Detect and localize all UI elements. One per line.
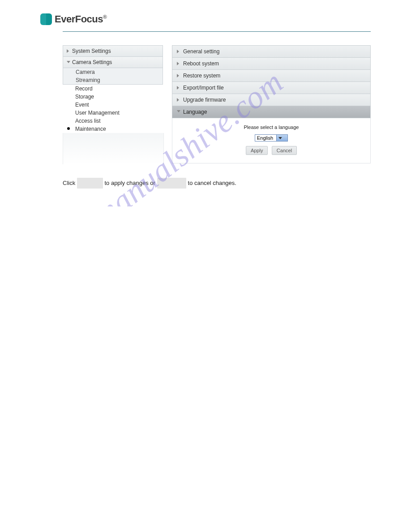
sidebar-group-camera[interactable]: Camera Settings xyxy=(63,56,163,68)
language-prompt: Please select a language xyxy=(177,124,366,130)
language-selected: English xyxy=(255,135,275,141)
accordion-label: Upgrade firmware xyxy=(183,97,226,103)
chevron-right-icon xyxy=(177,98,179,102)
logo-icon xyxy=(40,13,52,25)
accordion-label: Language xyxy=(183,109,207,115)
apply-button[interactable]: Apply xyxy=(246,146,268,155)
accordion-restore-system[interactable]: Restore system xyxy=(172,69,371,82)
instruction-text: Click Apply to apply changes or Cancel t… xyxy=(63,178,371,189)
apply-chip: Apply xyxy=(77,178,103,189)
chevron-right-icon xyxy=(177,74,179,77)
sidebar-group-label: System Settings xyxy=(72,48,111,54)
language-select[interactable]: English xyxy=(255,134,288,142)
accordion-upgrade-firmware[interactable]: Upgrade firmware xyxy=(172,94,371,106)
accordion-reboot-system[interactable]: Reboot system xyxy=(172,57,371,69)
logo: EverFocus® xyxy=(40,13,371,25)
accordion-general-setting[interactable]: General setting xyxy=(172,45,371,57)
sidebar-item-record[interactable]: Record xyxy=(63,85,163,93)
chevron-right-icon xyxy=(177,86,179,90)
chevron-right-icon xyxy=(67,49,69,53)
accordion-export-import[interactable]: Export/Import file xyxy=(172,82,371,94)
language-panel: Please select a language English Apply C… xyxy=(172,118,371,163)
cancel-button[interactable]: Cancel xyxy=(272,146,297,155)
accordion-label: Reboot system xyxy=(183,60,219,67)
logo-text: EverFocus® xyxy=(55,13,107,25)
accordion-language[interactable]: Language xyxy=(172,106,371,118)
chevron-down-icon xyxy=(177,110,180,112)
cancel-chip: Cancel xyxy=(157,178,186,189)
sidebar-sub-camera[interactable]: Camera xyxy=(63,68,163,76)
sidebar-sub-streaming[interactable]: Streaming xyxy=(63,76,163,85)
dropdown-icon xyxy=(276,135,287,141)
sidebar-item-maintenance[interactable]: Maintenance xyxy=(63,125,163,133)
sidebar-group-label: Camera Settings xyxy=(72,59,112,65)
accordion-label: Restore system xyxy=(183,73,220,79)
sidebar-item-user-management[interactable]: User Management xyxy=(63,109,163,117)
accordion-label: Export/Import file xyxy=(183,85,224,91)
sidebar-item-storage[interactable]: Storage xyxy=(63,93,163,101)
sidebar-item-access-list[interactable]: Access list xyxy=(63,117,163,125)
chevron-down-icon xyxy=(67,61,70,63)
accordion-label: General setting xyxy=(183,48,219,55)
sidebar-item-event[interactable]: Event xyxy=(63,101,163,109)
main-panel: General setting Reboot system Restore sy… xyxy=(172,45,371,164)
chevron-right-icon xyxy=(177,50,179,53)
sidebar-shadow xyxy=(63,133,164,164)
chevron-right-icon xyxy=(177,62,179,65)
sidebar-group-system[interactable]: System Settings xyxy=(63,45,163,56)
divider xyxy=(63,31,371,32)
sidebar: System Settings Camera Settings Camera S… xyxy=(63,45,163,164)
